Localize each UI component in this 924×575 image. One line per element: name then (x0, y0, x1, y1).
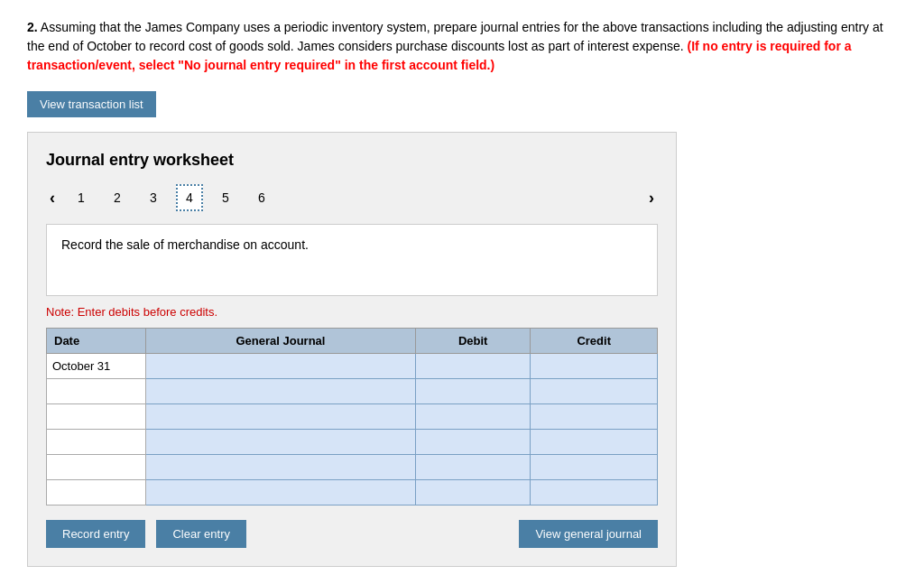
credit-input-6[interactable] (531, 480, 658, 505)
table-row (47, 455, 658, 480)
debit-input-2[interactable] (415, 379, 531, 404)
table-row (47, 430, 658, 455)
col-header-general-journal: General Journal (146, 329, 416, 354)
tab-6[interactable]: 6 (248, 184, 275, 211)
table-row (47, 379, 658, 404)
transaction-description: Record the sale of merchandise on accoun… (46, 224, 658, 296)
credit-input-3[interactable] (531, 404, 658, 430)
credit-input-5[interactable] (531, 455, 658, 480)
credit-input-1[interactable] (531, 354, 658, 379)
journal-input-2[interactable] (146, 379, 416, 404)
date-cell-2 (47, 379, 146, 404)
journal-input-6[interactable] (146, 480, 416, 505)
table-row: October 31 (47, 354, 658, 379)
col-header-date: Date (47, 329, 146, 354)
date-cell-5 (47, 455, 146, 480)
journal-input-4[interactable] (146, 430, 416, 455)
debit-input-6[interactable] (415, 480, 531, 505)
date-cell-3 (47, 404, 146, 430)
tab-5[interactable]: 5 (212, 184, 239, 211)
table-row (47, 480, 658, 505)
table-row (47, 404, 658, 430)
date-cell-6 (47, 480, 146, 505)
journal-input-3[interactable] (146, 404, 416, 430)
record-entry-button[interactable]: Record entry (46, 520, 145, 548)
col-header-debit: Debit (415, 329, 531, 354)
tab-1[interactable]: 1 (68, 184, 95, 211)
tab-next-arrow[interactable]: › (645, 189, 658, 208)
credit-input-2[interactable] (531, 379, 658, 404)
debit-input-4[interactable] (415, 430, 531, 455)
view-general-journal-button[interactable]: View general journal (519, 520, 658, 548)
note-text: Note: Enter debits before credits. (46, 305, 658, 319)
debit-input-5[interactable] (415, 455, 531, 480)
button-row: Record entry Clear entry View general jo… (46, 520, 658, 548)
journal-entry-table: Date General Journal Debit Credit Octobe… (46, 328, 658, 505)
date-cell-4 (47, 430, 146, 455)
tab-prev-arrow[interactable]: ‹ (46, 189, 59, 208)
date-cell-1: October 31 (47, 354, 146, 379)
debit-input-1[interactable] (415, 354, 531, 379)
tab-navigation: ‹ 1 2 3 4 5 6 › (46, 184, 658, 211)
journal-input-5[interactable] (146, 455, 416, 480)
question-text: 2. Assuming that the James Company uses … (27, 18, 893, 75)
journal-input-1[interactable] (146, 354, 416, 379)
journal-entry-worksheet: Journal entry worksheet ‹ 1 2 3 4 5 6 › … (27, 132, 677, 567)
tab-4[interactable]: 4 (176, 184, 203, 211)
tab-3[interactable]: 3 (140, 184, 167, 211)
credit-input-4[interactable] (531, 430, 658, 455)
worksheet-title: Journal entry worksheet (46, 151, 658, 170)
clear-entry-button[interactable]: Clear entry (156, 520, 246, 548)
tab-2[interactable]: 2 (104, 184, 131, 211)
question-number: 2. (27, 20, 38, 34)
view-transaction-button[interactable]: View transaction list (27, 91, 156, 117)
debit-input-3[interactable] (415, 404, 531, 430)
col-header-credit: Credit (531, 329, 658, 354)
